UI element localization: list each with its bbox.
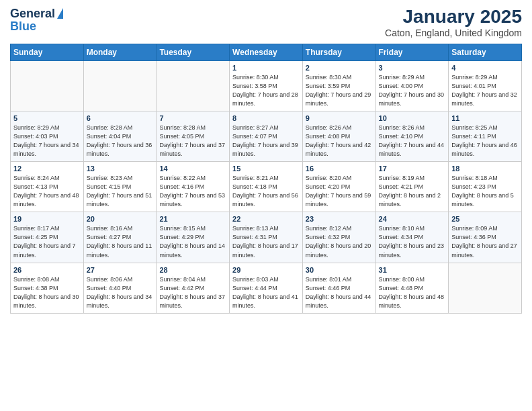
day-info: Sunrise: 8:10 AMSunset: 4:34 PMDaylight:… <box>379 224 446 259</box>
day-number: 23 <box>306 215 373 223</box>
day-info: Sunrise: 8:23 AMSunset: 4:15 PMDaylight:… <box>87 174 154 209</box>
title-block: January 2025 Caton, England, United King… <box>385 7 522 38</box>
col-monday: Monday <box>83 44 157 60</box>
day-number: 11 <box>451 114 519 122</box>
calendar-cell: 20Sunrise: 8:16 AMSunset: 4:27 PMDayligh… <box>83 212 157 263</box>
calendar-cell: 16Sunrise: 8:20 AMSunset: 4:20 PMDayligh… <box>302 162 375 212</box>
calendar-week-3: 12Sunrise: 8:24 AMSunset: 4:13 PMDayligh… <box>11 162 522 212</box>
day-info: Sunrise: 8:28 AMSunset: 4:05 PMDaylight:… <box>159 124 226 158</box>
calendar-cell: 21Sunrise: 8:15 AMSunset: 4:29 PMDayligh… <box>157 212 230 263</box>
calendar-week-2: 5Sunrise: 8:29 AMSunset: 4:03 PMDaylight… <box>11 111 522 161</box>
day-info: Sunrise: 8:30 AMSunset: 3:58 PMDaylight:… <box>232 73 300 108</box>
calendar-cell <box>83 60 157 111</box>
day-info: Sunrise: 8:21 AMSunset: 4:18 PMDaylight:… <box>232 174 300 209</box>
calendar-cell: 30Sunrise: 8:01 AMSunset: 4:46 PMDayligh… <box>302 263 375 313</box>
col-saturday: Saturday <box>449 44 522 60</box>
calendar-cell: 1Sunrise: 8:30 AMSunset: 3:58 PMDaylight… <box>230 60 303 111</box>
calendar-cell: 18Sunrise: 8:18 AMSunset: 4:23 PMDayligh… <box>449 162 522 212</box>
calendar-cell: 25Sunrise: 8:09 AMSunset: 4:36 PMDayligh… <box>449 212 522 263</box>
day-number: 17 <box>379 165 446 173</box>
day-info: Sunrise: 8:01 AMSunset: 4:46 PMDaylight:… <box>306 275 373 310</box>
day-info: Sunrise: 8:06 AMSunset: 4:40 PMDaylight:… <box>87 275 154 310</box>
day-info: Sunrise: 8:09 AMSunset: 4:36 PMDaylight:… <box>451 224 519 259</box>
day-info: Sunrise: 8:12 AMSunset: 4:32 PMDaylight:… <box>306 224 373 259</box>
day-number: 7 <box>159 114 226 122</box>
calendar-cell: 9Sunrise: 8:26 AMSunset: 4:08 PMDaylight… <box>302 111 375 161</box>
col-wednesday: Wednesday <box>230 44 303 60</box>
calendar-subtitle: Caton, England, United Kingdom <box>385 28 522 38</box>
day-info: Sunrise: 8:27 AMSunset: 4:07 PMDaylight:… <box>232 124 300 158</box>
day-number: 2 <box>306 64 373 72</box>
day-number: 25 <box>451 215 519 223</box>
calendar-cell: 24Sunrise: 8:10 AMSunset: 4:34 PMDayligh… <box>375 212 449 263</box>
header: General Blue January 2025 Caton, England… <box>10 7 522 38</box>
calendar-cell: 19Sunrise: 8:17 AMSunset: 4:25 PMDayligh… <box>11 212 84 263</box>
day-info: Sunrise: 8:29 AMSunset: 4:00 PMDaylight:… <box>379 73 446 108</box>
calendar-cell: 28Sunrise: 8:04 AMSunset: 4:42 PMDayligh… <box>157 263 230 313</box>
day-info: Sunrise: 8:25 AMSunset: 4:11 PMDaylight:… <box>451 124 519 158</box>
day-number: 26 <box>13 266 81 274</box>
day-info: Sunrise: 8:26 AMSunset: 4:10 PMDaylight:… <box>379 124 446 158</box>
calendar-cell <box>157 60 230 111</box>
day-info: Sunrise: 8:29 AMSunset: 4:01 PMDaylight:… <box>451 73 519 108</box>
col-friday: Friday <box>375 44 449 60</box>
calendar-cell: 11Sunrise: 8:25 AMSunset: 4:11 PMDayligh… <box>449 111 522 161</box>
calendar-cell <box>449 263 522 313</box>
calendar-week-4: 19Sunrise: 8:17 AMSunset: 4:25 PMDayligh… <box>11 212 522 263</box>
day-number: 29 <box>232 266 300 274</box>
calendar-cell <box>11 60 84 111</box>
calendar-title: January 2025 <box>385 7 522 28</box>
calendar-cell: 7Sunrise: 8:28 AMSunset: 4:05 PMDaylight… <box>157 111 230 161</box>
day-number: 15 <box>232 165 300 173</box>
day-info: Sunrise: 8:15 AMSunset: 4:29 PMDaylight:… <box>159 224 226 259</box>
day-number: 19 <box>13 215 81 223</box>
logo-blue: Blue <box>10 19 36 34</box>
day-number: 8 <box>232 114 300 122</box>
calendar-cell: 8Sunrise: 8:27 AMSunset: 4:07 PMDaylight… <box>230 111 303 161</box>
calendar-header-row: Sunday Monday Tuesday Wednesday Thursday… <box>11 44 522 60</box>
calendar-cell: 2Sunrise: 8:30 AMSunset: 3:59 PMDaylight… <box>302 60 375 111</box>
day-info: Sunrise: 8:22 AMSunset: 4:16 PMDaylight:… <box>159 174 226 209</box>
calendar-cell: 22Sunrise: 8:13 AMSunset: 4:31 PMDayligh… <box>230 212 303 263</box>
day-number: 12 <box>13 165 81 173</box>
day-number: 6 <box>87 114 154 122</box>
day-info: Sunrise: 8:08 AMSunset: 4:38 PMDaylight:… <box>13 275 81 310</box>
day-number: 1 <box>232 64 300 72</box>
logo: General Blue <box>10 7 63 34</box>
day-number: 3 <box>379 64 446 72</box>
day-info: Sunrise: 8:03 AMSunset: 4:44 PMDaylight:… <box>232 275 300 310</box>
day-number: 30 <box>306 266 373 274</box>
day-number: 5 <box>13 114 81 122</box>
day-number: 9 <box>306 114 373 122</box>
day-number: 16 <box>306 165 373 173</box>
calendar-cell: 13Sunrise: 8:23 AMSunset: 4:15 PMDayligh… <box>83 162 157 212</box>
day-info: Sunrise: 8:30 AMSunset: 3:59 PMDaylight:… <box>306 73 373 108</box>
calendar-cell: 31Sunrise: 8:00 AMSunset: 4:48 PMDayligh… <box>375 263 449 313</box>
day-info: Sunrise: 8:29 AMSunset: 4:03 PMDaylight:… <box>13 124 81 158</box>
calendar-cell: 17Sunrise: 8:19 AMSunset: 4:21 PMDayligh… <box>375 162 449 212</box>
calendar-cell: 29Sunrise: 8:03 AMSunset: 4:44 PMDayligh… <box>230 263 303 313</box>
day-number: 18 <box>451 165 519 173</box>
calendar-table: Sunday Monday Tuesday Wednesday Thursday… <box>10 44 522 314</box>
day-info: Sunrise: 8:17 AMSunset: 4:25 PMDaylight:… <box>13 224 81 259</box>
day-info: Sunrise: 8:24 AMSunset: 4:13 PMDaylight:… <box>13 174 81 209</box>
day-number: 4 <box>451 64 519 72</box>
logo-triangle <box>57 8 63 19</box>
calendar-cell: 14Sunrise: 8:22 AMSunset: 4:16 PMDayligh… <box>157 162 230 212</box>
day-number: 24 <box>379 215 446 223</box>
calendar-cell: 26Sunrise: 8:08 AMSunset: 4:38 PMDayligh… <box>11 263 84 313</box>
day-number: 10 <box>379 114 446 122</box>
calendar-cell: 27Sunrise: 8:06 AMSunset: 4:40 PMDayligh… <box>83 263 157 313</box>
col-thursday: Thursday <box>302 44 375 60</box>
logo-general: General <box>10 7 55 21</box>
calendar-week-5: 26Sunrise: 8:08 AMSunset: 4:38 PMDayligh… <box>11 263 522 313</box>
day-number: 21 <box>159 215 226 223</box>
col-tuesday: Tuesday <box>157 44 230 60</box>
day-info: Sunrise: 8:00 AMSunset: 4:48 PMDaylight:… <box>379 275 446 310</box>
calendar-cell: 10Sunrise: 8:26 AMSunset: 4:10 PMDayligh… <box>375 111 449 161</box>
page: General Blue January 2025 Caton, England… <box>0 0 532 411</box>
day-info: Sunrise: 8:16 AMSunset: 4:27 PMDaylight:… <box>87 224 154 259</box>
day-number: 28 <box>159 266 226 274</box>
day-info: Sunrise: 8:13 AMSunset: 4:31 PMDaylight:… <box>232 224 300 259</box>
calendar-cell: 3Sunrise: 8:29 AMSunset: 4:00 PMDaylight… <box>375 60 449 111</box>
